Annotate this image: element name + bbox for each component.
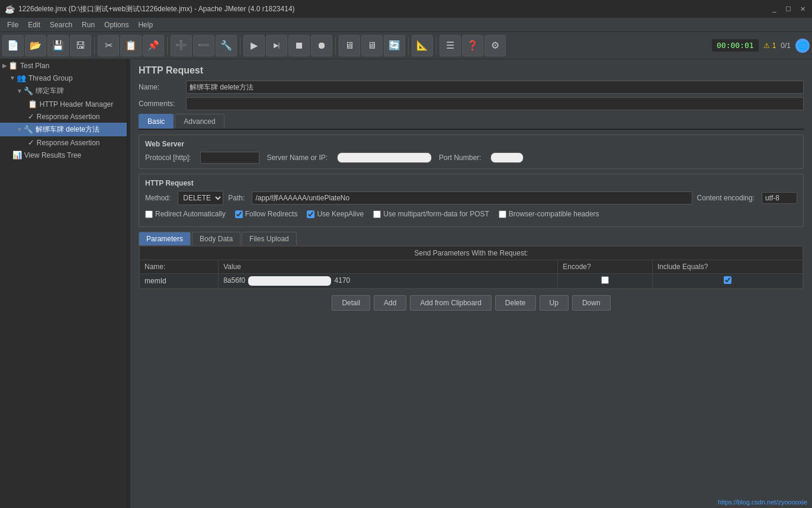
arrow-icon bbox=[25, 139, 27, 146]
content-encoding-input[interactable] bbox=[762, 192, 797, 204]
encode-checkbox[interactable] bbox=[601, 276, 609, 284]
menu-edit[interactable]: Edit bbox=[23, 20, 45, 30]
redirect-auto-checkbox[interactable] bbox=[145, 210, 153, 218]
menu-run[interactable]: Run bbox=[77, 20, 100, 30]
browser-compat-label: Browser-compatible headers bbox=[509, 210, 599, 218]
sidebar-item-response-assert-1[interactable]: ✓ Response Assertion bbox=[0, 110, 127, 123]
globe-icon: 🌐 bbox=[795, 39, 810, 53]
copy-button[interactable]: 📋 bbox=[120, 35, 142, 56]
window-title: 1226delete.jmx (D:\接口测试+web测试\1226delete… bbox=[18, 4, 769, 14]
params-table: Name: Value Encode? Include Equals? memI… bbox=[139, 260, 803, 289]
thread-group-icon: 👥 bbox=[17, 74, 26, 82]
remote3-button[interactable]: 🔄 bbox=[384, 35, 405, 56]
new-button[interactable]: 📄 bbox=[2, 35, 24, 56]
add-button[interactable]: Add bbox=[374, 295, 406, 311]
path-input[interactable] bbox=[252, 191, 692, 205]
stop-button[interactable]: ⏹ bbox=[288, 35, 310, 56]
comments-input[interactable] bbox=[186, 97, 804, 110]
sidebar-item-thread-group[interactable]: ▼ 👥 Thread Group bbox=[0, 72, 127, 84]
save-button[interactable]: 💾 bbox=[47, 35, 69, 56]
tab-basic[interactable]: Basic bbox=[139, 114, 174, 129]
browser-compat-checkbox-item[interactable]: Browser-compatible headers bbox=[499, 210, 599, 218]
method-select[interactable]: DELETE GET POST PUT PATCH bbox=[178, 191, 223, 205]
arrow-icon: ▼ bbox=[9, 75, 15, 81]
main-layout: ▶ 📋 Test Plan ▼ 👥 Thread Group ▼ 🔧 绑定车牌 … bbox=[0, 59, 812, 508]
content-encoding-label: Content encoding: bbox=[697, 194, 755, 202]
follow-redirects-checkbox-item[interactable]: Follow Redirects bbox=[235, 210, 298, 218]
delete-button[interactable]: Delete bbox=[495, 295, 536, 311]
arrow-icon bbox=[9, 152, 11, 158]
reset-button[interactable]: ⏺ bbox=[311, 35, 332, 56]
toolbar-sep-6 bbox=[436, 37, 437, 55]
menu-help[interactable]: Help bbox=[133, 20, 158, 30]
clear-button[interactable]: 🔧 bbox=[216, 35, 237, 56]
browser-compat-checkbox[interactable] bbox=[499, 210, 506, 218]
sidebar-item-http-header[interactable]: 📋 HTTP Header Manager bbox=[0, 98, 127, 110]
close-button[interactable]: ✕ bbox=[798, 4, 807, 14]
minimize-button[interactable]: ⎯ bbox=[769, 4, 779, 14]
tab-files-upload[interactable]: Files Upload bbox=[242, 232, 297, 245]
multipart-checkbox-item[interactable]: Use multipart/form-data for POST bbox=[373, 210, 489, 218]
footer-link[interactable]: https://blog.csdn.net/zyooooxie bbox=[718, 499, 807, 506]
down-button[interactable]: Down bbox=[572, 295, 611, 311]
sidebar-item-test-plan[interactable]: ▶ 📋 Test Plan bbox=[0, 59, 127, 72]
tab-parameters[interactable]: Parameters bbox=[139, 232, 191, 245]
sidebar-item-view-results[interactable]: 📊 View Results Tree bbox=[0, 149, 127, 161]
sidebar-item-label: Thread Group bbox=[28, 74, 73, 82]
name-input[interactable] bbox=[186, 81, 804, 94]
param-encode[interactable] bbox=[558, 274, 653, 289]
follow-redirects-label: Follow Redirects bbox=[245, 210, 298, 218]
protocol-input[interactable] bbox=[200, 152, 259, 164]
paste-button[interactable]: 📌 bbox=[143, 35, 164, 56]
list-button[interactable]: ☰ bbox=[439, 35, 461, 56]
open-button[interactable]: 📂 bbox=[25, 35, 46, 56]
add-from-clipboard-button[interactable]: Add from Clipboard bbox=[410, 295, 491, 311]
remove-button[interactable]: ➖ bbox=[193, 35, 214, 56]
follow-redirects-checkbox[interactable] bbox=[235, 210, 243, 218]
server-input[interactable] bbox=[337, 152, 432, 163]
http-request-title: HTTP Request bbox=[139, 65, 804, 76]
menu-bar: File Edit Search Run Options Help bbox=[0, 18, 812, 32]
arrow-icon: ▶ bbox=[2, 62, 7, 69]
toolbar-sep-5 bbox=[408, 37, 409, 55]
maximize-button[interactable]: ☐ bbox=[784, 4, 793, 14]
sidebar-item-response-assert-2[interactable]: ✓ Response Assertion bbox=[0, 136, 127, 149]
remote1-button[interactable]: 🖥 bbox=[339, 35, 360, 56]
param-include-equals[interactable] bbox=[652, 274, 803, 289]
multipart-checkbox[interactable] bbox=[373, 210, 381, 218]
app-icon: ☕ bbox=[5, 4, 15, 14]
port-label: Port Number: bbox=[439, 154, 481, 162]
up-button[interactable]: Up bbox=[540, 295, 569, 311]
port-input[interactable] bbox=[490, 152, 524, 163]
settings-button[interactable]: ⚙ bbox=[484, 35, 506, 56]
col-encode: Encode? bbox=[558, 260, 653, 274]
bottom-buttons: Detail Add Add from Clipboard Delete Up … bbox=[139, 289, 804, 317]
play-button[interactable]: ▶ bbox=[243, 35, 265, 56]
use-keepalive-checkbox[interactable] bbox=[307, 210, 314, 218]
tab-advanced[interactable]: Advanced bbox=[175, 114, 224, 129]
redirect-auto-checkbox-item[interactable]: Redirect Automatically bbox=[145, 210, 226, 218]
sidebar-item-unbind-car[interactable]: ▼ 🔧 解绑车牌 delete方法 bbox=[0, 123, 127, 136]
menu-options[interactable]: Options bbox=[100, 20, 133, 30]
sidebar-item-bind-car[interactable]: ▼ 🔧 绑定车牌 bbox=[0, 84, 127, 98]
include-equals-checkbox[interactable] bbox=[724, 276, 731, 284]
menu-search[interactable]: Search bbox=[45, 20, 77, 30]
remote2-button[interactable]: 🖥 bbox=[361, 35, 383, 56]
expand-button[interactable]: ➕ bbox=[171, 35, 192, 56]
sidebar-item-label: Response Assertion bbox=[37, 139, 100, 147]
checkbox-row: Redirect Automatically Follow Redirects … bbox=[145, 210, 797, 218]
param-value: 8a56f0 4170 bbox=[219, 274, 558, 289]
col-value: Value bbox=[219, 260, 558, 274]
cut-button[interactable]: ✂ bbox=[98, 35, 119, 56]
help-button[interactable]: ❓ bbox=[462, 35, 483, 56]
use-keepalive-label: Use KeepAlive bbox=[317, 210, 364, 218]
menu-file[interactable]: File bbox=[2, 20, 23, 30]
play-node-button[interactable]: ▶| bbox=[266, 35, 287, 56]
save-as-button[interactable]: 🖫 bbox=[70, 35, 91, 56]
use-keepalive-checkbox-item[interactable]: Use KeepAlive bbox=[307, 210, 364, 218]
detail-button[interactable]: Detail bbox=[332, 295, 370, 311]
tab-body-data[interactable]: Body Data bbox=[192, 232, 240, 245]
template-button[interactable]: 📐 bbox=[412, 35, 433, 56]
col-include-equals: Include Equals? bbox=[652, 260, 803, 274]
table-row: memId 8a56f0 4170 bbox=[140, 274, 803, 289]
